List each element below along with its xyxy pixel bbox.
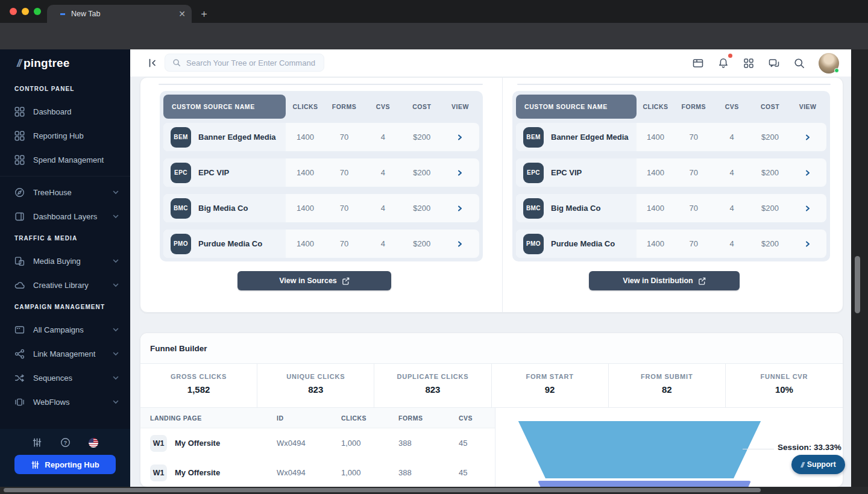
view-in-distribution-button[interactable]: View in Distribution [589, 271, 740, 290]
tree-search-input[interactable] [186, 58, 318, 67]
clicks-value: 1400 [637, 168, 675, 177]
funnel-session-label: Session: 33.33% [778, 443, 841, 452]
stat-label: GROSS CLICKS [140, 373, 257, 380]
stat-value: 92 [492, 384, 608, 395]
sidebar-footer: ? Reporting Hub [0, 429, 130, 494]
cvs-value: 4 [363, 168, 402, 177]
sidebar-item-reporting-hub[interactable]: Reporting Hub [0, 124, 130, 148]
funnel-segment-sessions [515, 421, 764, 478]
fullscreen-window-button[interactable] [34, 8, 41, 15]
sidebar-item-label: WebFlows [33, 398, 112, 407]
clicks-value: 1400 [286, 133, 324, 142]
close-window-button[interactable] [10, 8, 17, 15]
stat-value: 82 [609, 384, 725, 395]
sidebar-item-link-management[interactable]: Link Management [0, 342, 130, 366]
sidebar-item-creative-library[interactable]: Creative Library [0, 273, 130, 297]
distribution-table: CUSTOM SOURCE NAME CLICKS FORMS CVS COST… [512, 91, 830, 261]
browser-tab[interactable]: New Tab ✕ [47, 5, 192, 23]
bell-icon[interactable] [717, 57, 729, 69]
sidebar-item-webflows[interactable]: WebFlows [0, 390, 130, 414]
chevron-down-icon [112, 189, 119, 196]
search-icon[interactable] [793, 57, 805, 69]
stat-label: FUNNEL CVR [726, 373, 843, 380]
browser-titlebar: New Tab ✕ ＋ [0, 0, 868, 23]
sidebar-item-all-campaigns[interactable]: All Campaigns [0, 317, 130, 342]
notification-dot [728, 54, 732, 58]
forms-value: 70 [325, 239, 363, 248]
forms-value: 70 [325, 133, 363, 142]
view-row-chevron-icon[interactable] [805, 205, 811, 211]
clicks-value: 1400 [637, 204, 675, 213]
logo-text: pingtree [24, 57, 70, 70]
table-row: PMOPurdue Media Co 1400 70 4 $200 [163, 230, 479, 258]
new-tab-button[interactable]: ＋ [199, 8, 209, 20]
divider-line [159, 84, 483, 85]
view-row-chevron-icon[interactable] [457, 134, 463, 140]
sidebar-item-label: All Campaigns [33, 325, 112, 334]
vertical-scrollbar-thumb[interactable] [855, 256, 860, 313]
forms-value: 388 [398, 439, 459, 448]
sidebar-item-sequences[interactable]: Sequences [0, 366, 130, 390]
sidebar-item-spend-management[interactable]: Spend Management [0, 148, 130, 172]
table-header-row: CUSTOM SOURCE NAME CLICKS FORMS CVS COST… [163, 95, 479, 119]
cloud-icon [14, 280, 25, 290]
view-row-chevron-icon[interactable] [805, 170, 811, 176]
help-icon[interactable]: ? [60, 437, 71, 448]
user-avatar[interactable] [819, 53, 839, 73]
sidebar-item-treehouse[interactable]: TreeHouse [0, 180, 130, 204]
view-row-chevron-icon[interactable] [805, 134, 811, 140]
sidebar-item-media-buying[interactable]: Media Buying [0, 249, 130, 273]
view-row-chevron-icon[interactable] [457, 170, 463, 176]
stat-label: FROM SUBMIT [609, 373, 725, 380]
cvs-value: 4 [713, 168, 751, 177]
column-header: CUSTOM SOURCE NAME [516, 95, 637, 119]
view-row-chevron-icon[interactable] [805, 241, 811, 247]
clicks-value: 1,000 [341, 468, 398, 477]
minimize-window-button[interactable] [22, 8, 29, 15]
stat-gross-clicks: GROSS CLICKS 1,582 [140, 364, 257, 407]
stat-duplicate-clicks: DUPLICATE CLICKS 823 [374, 364, 491, 407]
forms-value: 70 [675, 133, 712, 142]
cost-value: $200 [751, 239, 789, 248]
share-nodes-icon [14, 349, 25, 359]
cost-value: $200 [403, 168, 441, 177]
column-header: CLICKS [637, 103, 675, 110]
online-status-dot [834, 68, 839, 73]
cvs-value: 4 [713, 133, 751, 142]
reporting-hub-button[interactable]: Reporting Hub [14, 455, 116, 474]
cost-value: $200 [403, 204, 441, 213]
divider-line [517, 84, 831, 85]
stat-unique-clicks: UNIQUE CLICKS 823 [257, 364, 374, 407]
clicks-value: 1400 [286, 239, 324, 248]
tab-close-icon[interactable]: ✕ [178, 9, 186, 19]
horizontal-scrollbar-thumb[interactable] [4, 488, 761, 492]
vertical-scrollbar-track [851, 49, 868, 494]
apps-grid-icon[interactable] [743, 57, 755, 69]
view-in-distribution-label: View in Distribution [623, 277, 693, 285]
sidebar-item-dashboard-layers[interactable]: Dashboard Layers [0, 204, 130, 228]
collapse-sidebar-icon[interactable] [147, 58, 157, 68]
stat-value: 10% [726, 384, 843, 395]
sidebar-item-dashboard[interactable]: Dashboard [0, 99, 130, 124]
search-icon [172, 58, 181, 67]
chat-icon[interactable] [768, 57, 780, 69]
view-in-sources-button[interactable]: View in Sources [237, 271, 391, 290]
sliders-icon[interactable] [32, 437, 42, 448]
table-header-row: CUSTOM SOURCE NAME CLICKS FORMS CVS COST… [516, 95, 826, 119]
sidebar-item-label: Spend Management [33, 155, 119, 164]
table-row: EPCEPC VIP 1400 70 4 $200 [163, 158, 479, 187]
support-button[interactable]: // Support [791, 455, 845, 474]
column-header: CUSTOM SOURCE NAME [163, 95, 286, 119]
tree-search[interactable] [165, 54, 324, 72]
us-flag-icon[interactable] [89, 438, 98, 448]
panel-icon [14, 211, 25, 222]
source-badge: PMO [523, 234, 544, 254]
window-tab-icon[interactable] [692, 57, 704, 69]
tab-title: New Tab [71, 10, 178, 18]
logo-slashes: // [17, 57, 20, 70]
view-row-chevron-icon[interactable] [457, 205, 463, 211]
cost-value: $200 [751, 204, 789, 213]
view-row-chevron-icon[interactable] [457, 241, 463, 247]
chevron-down-icon [112, 350, 119, 357]
sources-panel: CUSTOM SOURCE NAME CLICKS FORMS CVS COST… [140, 78, 502, 312]
